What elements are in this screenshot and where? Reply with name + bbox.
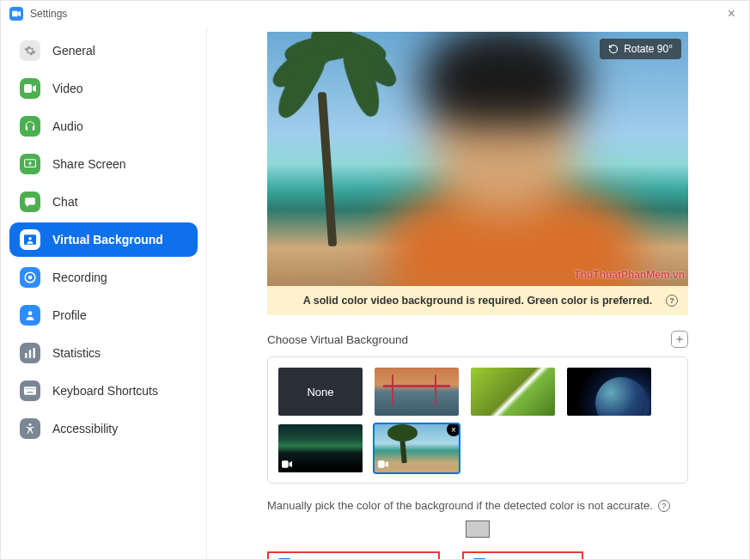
window-title: Settings — [30, 8, 67, 20]
svg-rect-19 — [282, 460, 289, 468]
sidebar-item-recording[interactable]: Recording — [9, 260, 198, 295]
svg-rect-16 — [34, 388, 34, 389]
sidebar-label: Virtual Background — [52, 233, 163, 247]
delete-thumb-button[interactable]: × — [447, 424, 459, 436]
statistics-icon — [20, 343, 40, 363]
svg-point-18 — [29, 423, 32, 426]
headphones-icon — [20, 116, 40, 137]
svg-point-7 — [28, 311, 33, 315]
rotate-icon — [608, 44, 619, 54]
svg-rect-0 — [12, 11, 18, 17]
sidebar-item-video[interactable]: Video — [9, 71, 198, 106]
svg-rect-12 — [26, 388, 27, 389]
svg-rect-20 — [378, 460, 385, 468]
background-gallery: None — [267, 356, 688, 484]
sidebar-label: Share Screen — [52, 157, 126, 171]
svg-rect-13 — [27, 388, 28, 389]
video-icon — [20, 78, 40, 99]
accessibility-icon — [20, 418, 40, 439]
sidebar-item-statistics[interactable]: Statistics — [9, 336, 198, 370]
sidebar-item-share-screen[interactable]: Share Screen — [9, 147, 198, 181]
profile-icon — [20, 305, 40, 326]
svg-rect-9 — [29, 350, 31, 358]
sidebar-label: Statistics — [52, 346, 101, 360]
add-background-button[interactable]: ＋ — [671, 331, 688, 348]
sidebar-item-virtual-background[interactable]: Virtual Background — [9, 222, 198, 257]
gear-icon — [20, 40, 40, 61]
recording-icon — [20, 267, 40, 288]
svg-rect-1 — [24, 84, 32, 93]
virtual-bg-icon — [20, 229, 40, 250]
settings-sidebar: General Video Audio Share Screen Chat Vi… — [1, 27, 207, 559]
sidebar-label: Chat — [52, 195, 78, 209]
thumb-aurora[interactable] — [278, 424, 363, 472]
share-screen-icon — [20, 154, 40, 174]
help-icon[interactable]: ? — [666, 295, 678, 307]
sidebar-item-accessibility[interactable]: Accessibility — [9, 411, 198, 446]
thumb-beach[interactable]: × — [375, 424, 459, 472]
svg-rect-15 — [32, 388, 33, 389]
green-screen-label: I have a green screen — [298, 559, 411, 560]
thumb-grass[interactable] — [471, 368, 555, 416]
keyboard-icon — [20, 380, 40, 401]
sidebar-label: Keyboard Shortcuts — [52, 384, 158, 398]
sidebar-item-audio[interactable]: Audio — [9, 109, 198, 143]
thumb-none[interactable]: None — [278, 368, 363, 416]
thumb-earth[interactable] — [567, 368, 651, 416]
rotate-label: Rotate 90° — [624, 43, 673, 55]
content-area: ThuThuatPhanMem.vn Rotate 90° A solid co… — [207, 27, 749, 559]
warning-banner: A solid color video background is requir… — [267, 286, 688, 315]
svg-point-6 — [28, 276, 33, 280]
sidebar-item-profile[interactable]: Profile — [9, 298, 198, 332]
svg-rect-10 — [34, 348, 35, 358]
warning-text: A solid color video background is requir… — [303, 295, 653, 307]
svg-rect-17 — [27, 392, 34, 393]
close-button[interactable]: × — [723, 4, 741, 23]
sidebar-item-keyboard-shortcuts[interactable]: Keyboard Shortcuts — [9, 374, 198, 408]
sidebar-label: Profile — [52, 308, 87, 322]
watermark-text: ThuThuatPhanMem.vn — [574, 269, 685, 281]
thumb-bridge[interactable] — [375, 368, 459, 416]
sidebar-label: Recording — [52, 271, 107, 284]
color-hint-text: Manually pick the color of the backgroun… — [267, 499, 653, 512]
help-icon[interactable]: ? — [658, 500, 670, 512]
titlebar: Settings × — [1, 1, 749, 27]
svg-rect-8 — [25, 353, 27, 358]
checkbox-checked-icon — [277, 558, 291, 559]
chat-icon — [20, 192, 40, 212]
sidebar-item-chat[interactable]: Chat — [9, 185, 198, 219]
sidebar-label: Video — [52, 82, 83, 95]
sidebar-label: Audio — [52, 119, 83, 133]
color-hint-row: Manually pick the color of the backgroun… — [267, 499, 688, 512]
mirror-label: Mirror my video — [493, 559, 573, 560]
camera-icon — [378, 460, 388, 470]
rotate-button[interactable]: Rotate 90° — [600, 39, 681, 59]
green-screen-option[interactable]: I have a green screen ? — [267, 551, 440, 559]
svg-rect-14 — [29, 388, 30, 389]
svg-rect-11 — [24, 387, 36, 394]
video-preview: ThuThuatPhanMem.vn Rotate 90° — [267, 32, 688, 286]
sidebar-label: Accessibility — [52, 422, 118, 435]
checkbox-checked-icon — [473, 558, 486, 559]
sidebar-label: General — [52, 44, 95, 58]
app-icon — [9, 7, 23, 21]
sidebar-item-general[interactable]: General — [9, 33, 198, 68]
svg-point-4 — [28, 237, 32, 240]
mirror-video-option[interactable]: Mirror my video — [462, 551, 583, 559]
camera-icon — [282, 460, 292, 470]
color-picker-swatch[interactable] — [466, 520, 490, 538]
vb-heading: Choose Virtual Background — [267, 333, 408, 346]
